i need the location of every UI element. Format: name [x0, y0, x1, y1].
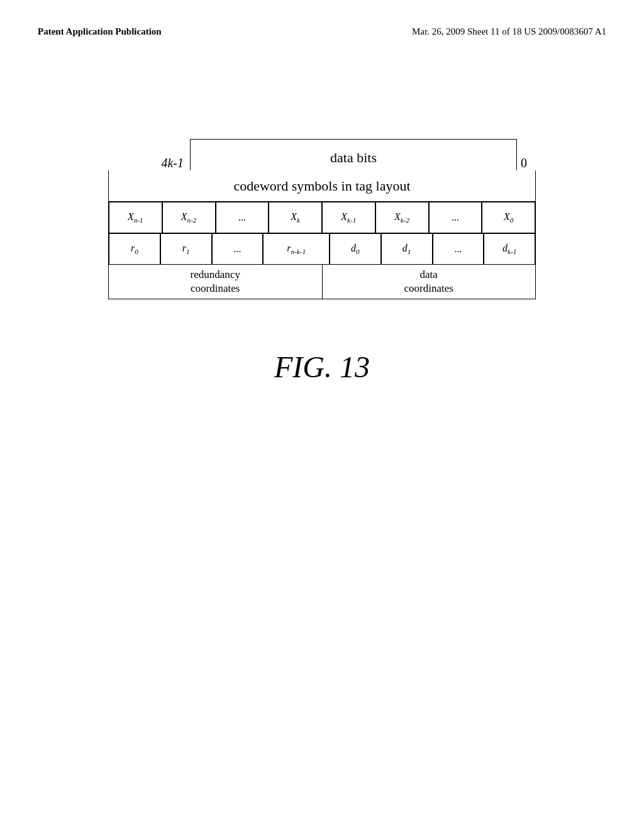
figure-text: FIG. 13: [274, 350, 370, 384]
header-right: Mar. 26, 2009 Sheet 11 of 18 US 2009/008…: [412, 25, 606, 38]
r-cell-0: r0: [109, 233, 160, 265]
x-cell-dots2: ...: [429, 202, 482, 233]
x-cell-n2: Xn-2: [162, 202, 216, 233]
data-coordinates-label: datacoordinates: [323, 265, 536, 299]
x-cell-dots1: ...: [216, 202, 269, 233]
x-cell-k1: Xk-1: [322, 202, 375, 233]
page: Patent Application Publication Mar. 26, …: [0, 0, 644, 830]
x-symbols-row: Xn-1 Xn-2 ... Xk Xk-1 Xk-2: [108, 202, 536, 233]
header-info: Mar. 26, 2009 Sheet 11 of 18 US 2009/008…: [412, 26, 606, 36]
codeword-row: codeword symbols in tag layout: [108, 170, 536, 202]
d-cell-0: d0: [330, 233, 381, 265]
figure-label: FIG. 13: [38, 350, 606, 384]
data-bits-label-left: 4k-1: [161, 156, 184, 170]
data-bits-label-right: 0: [521, 156, 527, 170]
d-cell-1: d1: [381, 233, 433, 265]
r-cell-nk1: rn-k-1: [263, 233, 330, 265]
x-cell-k: Xk: [269, 202, 322, 233]
header: Patent Application Publication Mar. 26, …: [38, 25, 606, 38]
x-cell-n1: Xn-1: [109, 202, 162, 233]
r-cell-1: r1: [160, 233, 212, 265]
d-cell-dots: ...: [433, 233, 484, 265]
d-cell-k1: dk-1: [484, 233, 535, 265]
publication-label: Patent Application Publication: [38, 26, 162, 36]
codeword-label: codeword symbols in tag layout: [233, 178, 410, 194]
redundancy-label: redundancycoordinates: [109, 265, 323, 299]
bottom-labels-row: redundancycoordinates datacoordinates: [108, 265, 536, 299]
x-cell-k2: Xk-2: [375, 202, 429, 233]
r-cell-dots: ...: [212, 233, 264, 265]
diagram-area: 4k-1 data bits 0 codeword symbols in tag…: [38, 139, 606, 299]
x-cell-0: X0: [482, 202, 535, 233]
header-left: Patent Application Publication: [38, 25, 162, 38]
rd-symbols-row: r0 r1 ... rn-k-1 d0 d1 ...: [108, 233, 536, 265]
data-bits-center-label: data bits: [330, 150, 377, 166]
